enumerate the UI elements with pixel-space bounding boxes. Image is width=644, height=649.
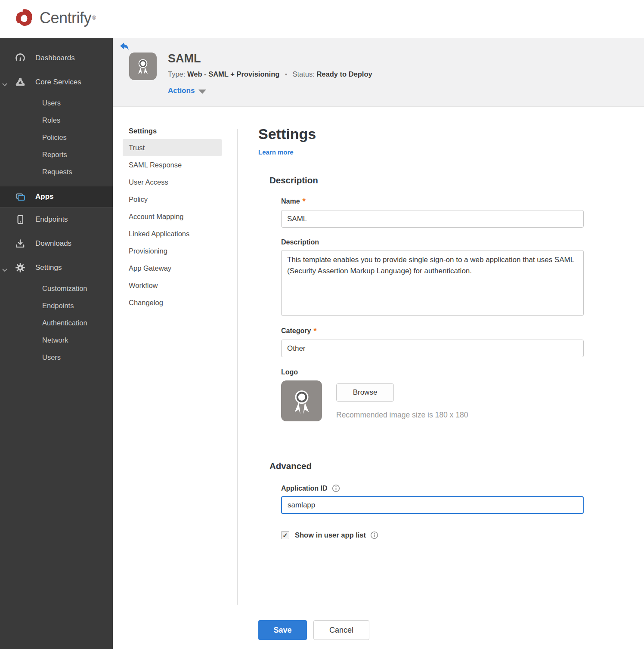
application-id-input[interactable] — [281, 496, 584, 514]
subnav-item-workflow[interactable]: Workflow — [123, 277, 222, 294]
name-label: Name — [281, 198, 300, 205]
chevron-down-icon[interactable] — [2, 80, 7, 89]
sidebar-item-label: Dashboards — [35, 54, 75, 62]
actions-dropdown[interactable]: Actions — [168, 87, 206, 95]
sidebar-item-label: Settings — [35, 263, 62, 272]
settings-panel: Settings Learn more Description Name * D… — [258, 126, 585, 539]
subnav-item-app-gateway[interactable]: App Gateway — [123, 260, 222, 277]
show-in-app-list-label: Show in user app list — [295, 531, 366, 539]
status-label: Status: — [292, 70, 314, 78]
cancel-button[interactable]: Cancel — [313, 620, 369, 640]
subnav-item-saml-response[interactable]: SAML Response — [123, 156, 222, 173]
sidebar-item-dashboards[interactable]: Dashboards — [0, 46, 113, 70]
ribbon-award-icon — [133, 56, 152, 76]
caret-down-icon — [198, 90, 206, 94]
type-value: Web - SAML + Provisioning — [187, 70, 279, 78]
save-button[interactable]: Save — [258, 620, 307, 640]
app-title: SAML — [168, 52, 201, 65]
brand-name: Centrify — [40, 9, 91, 27]
info-icon[interactable] — [370, 531, 378, 539]
settings-subnav: Settings Trust SAML Response User Access… — [123, 127, 222, 311]
advanced-section-heading: Advanced — [269, 461, 585, 471]
sidebar-item-label: Core Services — [35, 78, 81, 87]
category-input[interactable] — [281, 340, 584, 357]
apps-icon — [15, 191, 26, 202]
vertical-divider — [237, 129, 238, 605]
description-section-heading: Description — [269, 175, 585, 185]
type-label: Type: — [168, 70, 185, 78]
actions-label: Actions — [168, 87, 195, 95]
sidebar-item-reports[interactable]: Reports — [0, 146, 113, 163]
chevron-down-icon[interactable] — [2, 266, 7, 275]
download-icon — [15, 238, 26, 249]
top-header: Centrify ® — [0, 0, 644, 38]
sidebar-item-label: Downloads — [35, 239, 71, 248]
subnav-item-account-mapping[interactable]: Account Mapping — [123, 208, 222, 225]
sidebar-item-users[interactable]: Users — [0, 94, 113, 111]
sidebar-item-downloads[interactable]: Downloads — [0, 232, 113, 256]
sidebar-item-label: Endpoints — [35, 215, 68, 224]
sidebar: Dashboards Core Services Users Roles Pol… — [0, 38, 113, 649]
endpoint-device-icon — [15, 214, 26, 225]
core-services-icon — [15, 77, 26, 88]
ribbon-award-icon — [288, 386, 316, 416]
sidebar-item-customization[interactable]: Customization — [0, 280, 113, 297]
brand-logo: Centrify ® — [12, 6, 96, 31]
sidebar-item-core-services[interactable]: Core Services — [0, 70, 113, 94]
sidebar-item-settings[interactable]: Settings — [0, 256, 113, 280]
status-value: Ready to Deploy — [316, 70, 372, 78]
subnav-title: Settings — [123, 127, 222, 135]
info-icon[interactable] — [332, 484, 340, 492]
subnav-item-trust[interactable]: Trust — [123, 139, 222, 156]
subnav-item-policy[interactable]: Policy — [123, 191, 222, 208]
back-arrow-icon[interactable] — [120, 42, 129, 51]
app-logo-tile — [129, 53, 157, 80]
browse-button[interactable]: Browse — [336, 383, 394, 402]
dashboard-gauge-icon — [15, 53, 26, 64]
logo-size-hint: Recommended image size is 180 x 180 — [336, 411, 468, 420]
sidebar-item-settings-endpoints[interactable]: Endpoints — [0, 297, 113, 314]
sidebar-item-label: Apps — [35, 192, 54, 201]
meta-separator: • — [285, 71, 287, 78]
required-asterisk: * — [313, 326, 316, 336]
category-label: Category — [281, 327, 311, 335]
show-in-app-list-checkbox[interactable]: ✓ — [281, 531, 289, 539]
logo-label: Logo — [281, 368, 298, 376]
sidebar-item-policies[interactable]: Policies — [0, 129, 113, 146]
subnav-item-changelog[interactable]: Changelog — [123, 294, 222, 311]
page-title: Settings — [258, 126, 585, 142]
sidebar-item-network[interactable]: Network — [0, 331, 113, 349]
subnav-item-provisioning[interactable]: Provisioning — [123, 242, 222, 260]
sidebar-item-requests[interactable]: Requests — [0, 163, 113, 180]
sidebar-item-authentication[interactable]: Authentication — [0, 314, 113, 331]
gear-icon — [15, 262, 26, 273]
app-header: SAML Type: Web - SAML + Provisioning • S… — [113, 38, 644, 107]
learn-more-link[interactable]: Learn more — [258, 148, 294, 156]
brand-registered-mark: ® — [92, 15, 96, 21]
app-meta-line: Type: Web - SAML + Provisioning • Status… — [168, 70, 372, 78]
logo-preview — [281, 380, 322, 421]
application-id-label: Application ID — [281, 485, 328, 492]
description-textarea[interactable]: This template enables you to provide sin… — [281, 250, 584, 316]
form-footer: Save Cancel — [258, 620, 369, 640]
centrify-logo-icon — [12, 6, 36, 31]
description-label: Description — [281, 238, 319, 246]
sidebar-item-roles[interactable]: Roles — [0, 111, 113, 129]
subnav-item-user-access[interactable]: User Access — [123, 173, 222, 191]
sidebar-item-endpoints[interactable]: Endpoints — [0, 207, 113, 232]
sidebar-item-apps[interactable]: Apps — [0, 186, 113, 207]
subnav-item-linked-applications[interactable]: Linked Applications — [123, 225, 222, 242]
required-asterisk: * — [303, 197, 306, 206]
sidebar-item-settings-users[interactable]: Users — [0, 349, 113, 366]
name-input[interactable] — [281, 210, 584, 228]
